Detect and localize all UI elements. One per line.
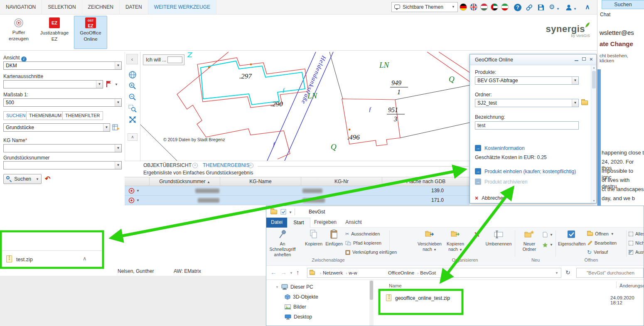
- link-icon[interactable]: [526, 4, 533, 11]
- breadcrumb[interactable]: ›Netzwerk ›w-w OfficeOnline ›BevGst: [318, 268, 436, 278]
- column-header-kg-nr[interactable]: KG-Nr: [301, 177, 382, 186]
- massstab-select[interactable]: 500▼: [3, 98, 122, 107]
- kopieren-button[interactable]: Kopieren: [304, 228, 324, 260]
- explorer-titlebar[interactable]: ▼ BevGst: [266, 206, 644, 218]
- caret-down-icon[interactable]: ▼: [96, 81, 103, 88]
- caret-down-icon[interactable]: ▼: [115, 162, 121, 169]
- table-row[interactable]: ▼ 139.0: [125, 186, 469, 196]
- tab-themenergebnis[interactable]: THEMENERGEBNIS: [203, 162, 250, 168]
- gear-caret-icon[interactable]: ▼: [556, 5, 560, 13]
- scroll-down-icon[interactable]: ▼: [592, 199, 595, 202]
- dialog-scrollbar[interactable]: ▲ ▼: [591, 65, 596, 203]
- recent-caret-icon[interactable]: ▼: [290, 271, 293, 275]
- close-tab-icon[interactable]: ×: [192, 163, 198, 168]
- tree-item-desktop[interactable]: Desktop: [285, 314, 312, 320]
- select-none-button[interactable]: Nicht ausw: [629, 239, 644, 247]
- caret-down-icon[interactable]: ▼: [103, 124, 110, 131]
- file-list-header-date[interactable]: Änderungsdatu: [619, 283, 644, 288]
- ribbon-tab-daten[interactable]: DATEN: [120, 0, 148, 14]
- scrollbar-thumb[interactable]: [370, 281, 373, 300]
- explorer-search-box[interactable]: "BevGst" durchsuchen: [576, 268, 644, 278]
- scrollbar-thumb[interactable]: [592, 71, 596, 88]
- new-item-button[interactable]: ▼: [542, 231, 553, 238]
- chevron-up-icon[interactable]: ∧: [83, 255, 87, 262]
- pin-quick-access-button[interactable]: An Schnellzugriff anheften: [269, 228, 296, 260]
- column-header-grundstuecksnummer[interactable]: Grundstücksnummer ▲: [150, 177, 220, 186]
- close-tab-icon[interactable]: ×: [248, 163, 253, 168]
- ribbon-tab-weitere-werkzeuge[interactable]: WEITERE WERKZEUGE: [148, 0, 216, 14]
- email-sender[interactable]: Nelsen, Gunther: [118, 268, 154, 274]
- zoom-in-icon[interactable]: [128, 82, 137, 90]
- expand-chevron-icon[interactable]: ▼: [275, 285, 279, 289]
- ribbon-tab-navigation[interactable]: NAVIGATION: [0, 0, 42, 14]
- full-extent-icon[interactable]: [128, 115, 137, 124]
- download-item-label[interactable]: test.zip: [16, 257, 33, 262]
- ausschneiden-button[interactable]: ✂Ausschneiden: [345, 230, 380, 238]
- ribbon-tab-zeichnen[interactable]: ZEICHNEN: [82, 0, 120, 14]
- scroll-up-icon[interactable]: ▲: [592, 66, 595, 69]
- produkt-archivieren-link[interactable]: →Produkt archivieren: [475, 179, 527, 185]
- map-canvas[interactable]: ƒ ƒ ƒ .297 .290 .496 949 1 951 3 LN LN Q…: [140, 52, 470, 161]
- flag-hungarian-icon[interactable]: [480, 3, 488, 11]
- flag-caret-icon[interactable]: ▼: [115, 83, 118, 86]
- flag-british-icon[interactable]: [470, 3, 477, 11]
- neuer-ordner-button[interactable]: NeuerOrdner: [517, 228, 541, 260]
- bezeichnung-input[interactable]: test: [475, 121, 579, 130]
- collapse-panel-button[interactable]: ‹: [126, 54, 138, 64]
- produkte-select[interactable]: BEV GST-Abfrage▼: [475, 76, 579, 85]
- back-icon[interactable]: ←: [270, 269, 277, 276]
- quick-access-caret-icon[interactable]: ▼: [289, 211, 292, 214]
- flag-iran-icon[interactable]: [501, 3, 509, 11]
- kosteninformation-link[interactable]: →Kosteninformation: [475, 145, 525, 151]
- caret-down-icon[interactable]: ▼: [115, 99, 121, 106]
- zoom-out-icon[interactable]: [128, 93, 137, 101]
- bearbeiten-button[interactable]: Bearbeiten: [587, 239, 617, 247]
- justizabfrage-ez-button[interactable]: EZ JustizabfrageEZ: [38, 17, 71, 42]
- eigenschaften-button[interactable]: Eigenschaften: [558, 228, 585, 260]
- ordner-select[interactable]: SJ2_test▼: [475, 99, 579, 107]
- forward-icon[interactable]: →: [280, 269, 287, 276]
- umbenennen-button[interactable]: Umbenennen: [484, 228, 513, 260]
- tree-item-bilder[interactable]: Bilder: [285, 304, 306, 310]
- kopieren-nach-button[interactable]: Kopierennach ▼: [443, 228, 467, 260]
- tree-scrollbar[interactable]: [369, 280, 374, 326]
- address-caret-icon[interactable]: ▼: [555, 269, 558, 278]
- invert-selection-button[interactable]: Ausw: [629, 248, 644, 256]
- ich-will-input[interactable]: [167, 56, 182, 63]
- flag-german-icon[interactable]: [460, 3, 467, 11]
- verlauf-button[interactable]: ↻Verlauf: [587, 248, 608, 256]
- loeschen-button[interactable]: ×: [469, 228, 485, 260]
- up-icon[interactable]: ↑: [296, 269, 300, 276]
- oeffnen-button[interactable]: Öffnen▼: [587, 230, 614, 238]
- suchen-button[interactable]: Suchen ▼: [3, 174, 42, 184]
- puffer-erzeugen-button[interactable]: Puffererzeugen: [2, 17, 35, 42]
- produkt-einholen-link[interactable]: →Produkt einholen (kaufen; kostenpflicht…: [475, 168, 576, 174]
- scrollup-chevron-icon[interactable]: ∧: [128, 133, 138, 141]
- email-subject[interactable]: AW: EMatrix: [174, 268, 201, 274]
- column-header-flaeche[interactable]: Fläche nach GDB: [382, 177, 469, 186]
- tab-themenbaum[interactable]: THEMENBAUM: [26, 111, 64, 120]
- abbrechen-link[interactable]: ×Abbrechen: [475, 195, 506, 201]
- caret-down-icon[interactable]: ▼: [572, 99, 578, 107]
- help-icon[interactable]: ?: [514, 4, 521, 11]
- file-list-header-name[interactable]: Name: [389, 283, 402, 288]
- quick-access-check-icon[interactable]: [280, 209, 286, 215]
- locate-target-icon[interactable]: [128, 188, 135, 194]
- geooffice-online-button[interactable]: GSTEZ GeoOfficeOnline: [74, 17, 107, 42]
- gear-icon[interactable]: ⚙: [549, 3, 555, 11]
- close-icon[interactable]: ×: [590, 56, 593, 62]
- visible-themes-dropdown[interactable]: Sichtbare Themen ▼: [391, 2, 458, 12]
- globe-icon[interactable]: [128, 71, 137, 79]
- select-all-button[interactable]: Alles ausw: [629, 230, 644, 238]
- search-layer-select[interactable]: Grundstücke▼: [3, 123, 110, 132]
- save-icon[interactable]: [537, 4, 545, 11]
- ribbon-tab-selektion[interactable]: SELEKTION: [42, 0, 82, 14]
- menu-start[interactable]: Start: [287, 218, 310, 228]
- tree-item-3d-objekte[interactable]: 3D-Objekte: [285, 294, 318, 300]
- layer-table-icon[interactable]: [112, 124, 120, 131]
- tree-item-dieser-pc[interactable]: ▼Dieser PC: [275, 284, 313, 290]
- refresh-icon[interactable]: ↻: [565, 269, 570, 276]
- menu-datei[interactable]: Datei: [266, 218, 287, 228]
- reset-search-icon[interactable]: ↶: [45, 175, 50, 183]
- menu-freigeben[interactable]: Freigeben: [310, 218, 340, 228]
